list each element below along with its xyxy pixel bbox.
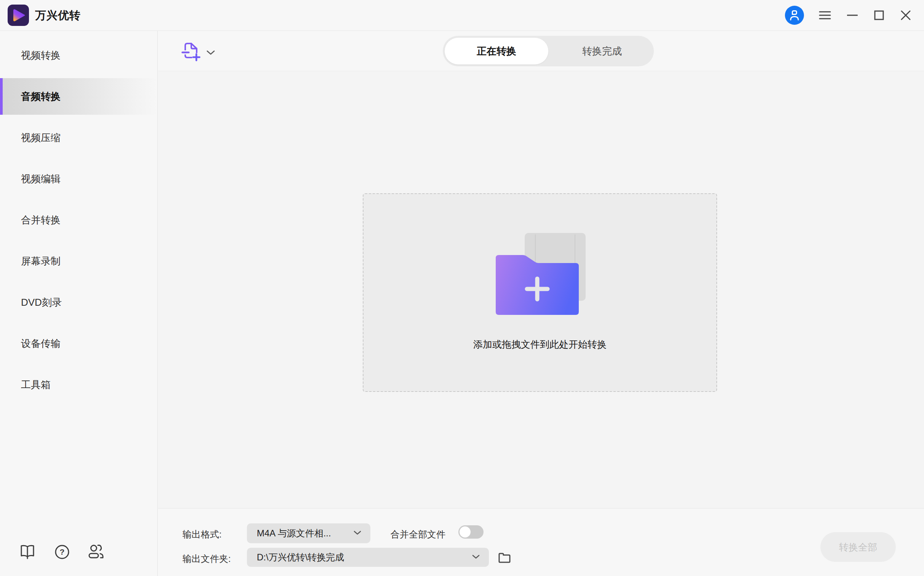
output-format-dropdown[interactable]: M4A 与源文件相...	[247, 523, 370, 543]
sidebar-item-merge-convert[interactable]: 合并转换	[0, 199, 157, 241]
merge-all-toggle[interactable]	[458, 525, 484, 539]
uniconverter-window: 万兴优转	[0, 0, 924, 576]
add-file-button[interactable]	[182, 42, 224, 62]
sidebar-item-audio-convert[interactable]: 音频转换	[0, 76, 157, 117]
sidebar-item-video-edit[interactable]: 视频编辑	[0, 158, 157, 199]
title-bar: 万兴优转	[0, 0, 924, 31]
selected-item-accent-bar	[0, 78, 3, 115]
sidebar-footer: ?	[0, 542, 157, 565]
minimize-icon[interactable]	[843, 0, 862, 30]
merge-all-label: 合并全部文件	[391, 528, 445, 541]
sidebar-item-video-convert[interactable]: 视频转换	[0, 35, 157, 76]
browse-folder-button[interactable]	[496, 549, 512, 566]
help-icon[interactable]: ?	[53, 542, 71, 562]
main-panel: 正在转换 转换完成	[158, 31, 924, 576]
dropzone-hint: 添加或拖拽文件到此处开始转换	[364, 338, 716, 351]
community-people-icon[interactable]	[88, 542, 105, 562]
sidebar-item-video-compress[interactable]: 视频压缩	[0, 117, 157, 158]
app-title: 万兴优转	[35, 0, 81, 30]
output-folder-label: 输出文件夹:	[183, 553, 231, 565]
tab-converting[interactable]: 正在转换	[445, 38, 548, 64]
add-file-icon	[182, 42, 201, 63]
toolbar: 正在转换 转换完成	[158, 31, 924, 71]
output-format-value: M4A 与源文件相...	[247, 527, 354, 539]
convert-all-button[interactable]: 转换全部	[820, 532, 896, 562]
account-avatar[interactable]	[784, 0, 805, 30]
sidebar-item-dvd-burn[interactable]: DVD刻录	[0, 282, 157, 323]
app-logo-icon	[8, 5, 29, 26]
convert-status-tabs: 正在转换 转换完成	[443, 36, 654, 66]
chevron-down-icon	[354, 530, 361, 537]
chevron-down-icon	[472, 554, 480, 561]
sidebar-item-device-transfer[interactable]: 设备传输	[0, 323, 157, 364]
maximize-icon[interactable]	[870, 0, 889, 30]
svg-text:?: ?	[60, 547, 65, 556]
sidebar-item-screen-record[interactable]: 屏幕录制	[0, 241, 157, 282]
sidebar-item-toolbox[interactable]: 工具箱	[0, 364, 157, 405]
file-dropzone[interactable]: 添加或拖拽文件到此处开始转换	[363, 193, 717, 392]
chevron-down-icon	[206, 50, 215, 57]
tab-completed[interactable]: 转换完成	[550, 36, 654, 66]
output-format-label: 输出格式:	[183, 528, 222, 541]
content-area: 添加或拖拽文件到此处开始转换	[158, 72, 924, 508]
output-folder-value: D:\万兴优转\转换完成	[247, 551, 472, 563]
sidebar: 视频转换 音频转换 视频压缩 视频编辑 合并转换 屏幕录制 DVD刻录 设备传输…	[0, 31, 158, 576]
close-icon[interactable]	[896, 0, 915, 30]
add-folder-icon	[496, 233, 586, 315]
toggle-knob	[460, 526, 471, 537]
hamburger-menu-icon[interactable]	[815, 0, 834, 30]
user-guide-book-icon[interactable]	[19, 542, 37, 562]
output-settings-bar: 输出格式: M4A 与源文件相... 合并全部文件 输出文件夹: D:\万兴优转…	[158, 508, 924, 576]
output-folder-dropdown[interactable]: D:\万兴优转\转换完成	[247, 548, 489, 567]
sidebar-nav: 视频转换 音频转换 视频压缩 视频编辑 合并转换 屏幕录制 DVD刻录 设备传输…	[0, 35, 157, 405]
